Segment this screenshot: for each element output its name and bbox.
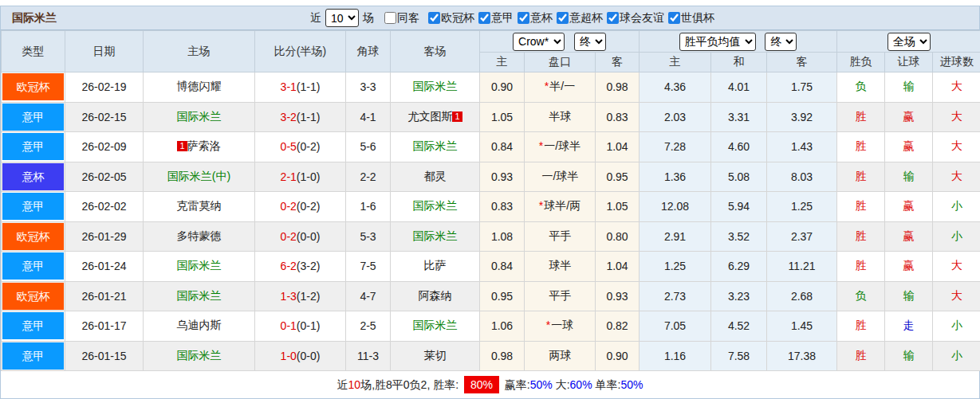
away-team: 国际米兰	[391, 221, 480, 252]
avg-stage-select[interactable]: 终	[765, 33, 797, 51]
result-flag: 胜	[856, 349, 867, 362]
col-header-date: 日期	[65, 31, 144, 72]
home-team-name: 国际米兰	[177, 110, 222, 123]
recent-label: 近	[310, 11, 321, 25]
away-team: 国际米兰	[391, 192, 480, 222]
coppa-italia-checkbox[interactable]	[518, 12, 529, 24]
away-team-name: 都灵	[424, 170, 447, 182]
ucl-label: 欧冠杯	[441, 11, 474, 25]
away-rank-mark-after: 1	[452, 111, 462, 122]
sub-header-avg-away: 客	[767, 53, 837, 72]
avg-away-odds: 1.25	[767, 192, 837, 222]
score-cell: 6-2(3-2)	[255, 252, 346, 282]
home-team-name: 博德闪耀	[177, 80, 222, 92]
same-venue-filter[interactable]: 同客	[384, 11, 419, 25]
odds-company-select[interactable]: Crow*	[513, 33, 565, 51]
filter-serie-a[interactable]: 意甲	[478, 11, 514, 25]
handicap-away-odds: 0.82	[596, 311, 640, 342]
avg-odds-select[interactable]: 胜平负均值	[679, 33, 756, 51]
away-team-name: 阿森纳	[419, 289, 452, 302]
handicap-line: 球半	[525, 252, 596, 282]
avg-away-odds: 3.92	[767, 102, 837, 132]
handicap-home-odds: 0.84	[480, 132, 525, 162]
avg-home-odds: 2.73	[640, 281, 711, 311]
avg-draw-odds: 3.31	[711, 102, 767, 132]
avg-away-odds: 2.68	[767, 281, 837, 311]
ucl-checkbox[interactable]	[428, 12, 440, 24]
handicap-stage-select[interactable]: 终	[574, 33, 606, 51]
col-header-type: 类型	[2, 31, 65, 72]
handicap-result-flag: 赢	[903, 110, 915, 123]
filter-super-cup[interactable]: 意超杯	[557, 11, 603, 25]
handicap-result-flag: 赢	[903, 229, 915, 242]
handicap-away-odds: 0.90	[596, 341, 640, 371]
avg-home-odds: 4.36	[640, 72, 711, 103]
home-team-name: 国际米兰	[177, 349, 222, 362]
filter-club-world-cup[interactable]: 世俱杯	[668, 11, 714, 25]
match-row: 意甲 26-01-15 国际米兰 1-0(0-0) 11-3 莱切 0.98 两…	[2, 341, 980, 371]
handicap-text: 两球	[549, 349, 572, 362]
handicap-line: 半球	[525, 102, 596, 132]
handicap-result-flag: 赢	[903, 199, 915, 212]
away-team: 比萨	[391, 252, 480, 282]
recent-count-select[interactable]: 10	[325, 9, 359, 27]
handicap-away-odds: 0.80	[596, 221, 640, 252]
avg-odds-header: 胜平负均值 终	[640, 31, 837, 53]
league-badge: 欧冠杯	[2, 223, 64, 250]
serie-a-checkbox[interactable]	[478, 12, 490, 24]
home-team-name: 多特蒙德	[177, 229, 222, 242]
filter-coppa-italia[interactable]: 意杯	[518, 11, 553, 25]
home-team-name: 乌迪内斯	[177, 319, 222, 331]
super-cup-label: 意超杯	[569, 11, 603, 25]
league-badge: 意甲	[2, 104, 64, 131]
corner-score: 7-5	[346, 252, 391, 282]
club-friendly-checkbox[interactable]	[607, 12, 619, 24]
handicap-away-odds: 1.04	[596, 252, 640, 282]
goals-flag: 小	[951, 349, 962, 362]
handicap-text: 一/球半	[542, 170, 579, 182]
handicap-home-odds: 0.84	[480, 252, 525, 282]
result-scope-header: 全场	[837, 31, 980, 53]
avg-draw-odds: 6.29	[711, 252, 767, 282]
home-team-name: 国际米兰	[177, 289, 222, 302]
handicap-home-odds: 1.08	[480, 221, 525, 252]
handicap-result-flag: 赢	[903, 259, 915, 272]
summary-segment: 近	[337, 378, 348, 391]
match-row: 欧冠杯 26-01-29 多特蒙德 0-2(0-0) 5-3 国际米兰 1.08…	[2, 221, 980, 252]
avg-draw-odds: 4.60	[711, 132, 767, 162]
handicap-text: 平手	[549, 229, 572, 242]
result-flag: 胜	[856, 139, 867, 152]
half-time-score: (0-0)	[297, 230, 321, 243]
half-time-score: (1-1)	[297, 80, 321, 93]
handicap-line: 平手	[525, 281, 596, 311]
full-time-score: 0-2	[281, 230, 297, 243]
score-cell: 0-2(0-0)	[255, 221, 346, 252]
home-team: 国际米兰	[144, 252, 255, 282]
filter-ucl[interactable]: 欧冠杯	[428, 11, 474, 25]
avg-home-odds: 1.16	[640, 341, 711, 371]
star-marker: *	[545, 80, 549, 92]
away-team: 莱切	[391, 341, 480, 371]
same-venue-checkbox[interactable]	[384, 12, 396, 24]
away-team: 都灵	[391, 162, 480, 192]
handicap-home-odds: 0.83	[480, 192, 525, 222]
games-label: 场	[363, 11, 374, 25]
away-team-name: 比萨	[424, 259, 447, 272]
full-time-score: 2-1	[281, 170, 297, 183]
match-row: 意甲 26-01-24 国际米兰 6-2(3-2) 7-5 比萨 0.84 球半…	[2, 252, 980, 282]
goals-flag: 大	[951, 289, 962, 302]
half-time-score: (0-2)	[297, 140, 321, 153]
handicap-away-odds: 0.98	[596, 72, 640, 103]
super-cup-checkbox[interactable]	[557, 12, 569, 24]
full-time-score: 1-0	[281, 350, 297, 362]
half-time-score: (3-2)	[297, 260, 321, 272]
handicap-result-flag: 走	[903, 319, 915, 331]
summary-segment: 大:	[553, 378, 570, 391]
scope-select[interactable]: 全场	[888, 33, 931, 51]
club-world-cup-checkbox[interactable]	[668, 12, 680, 24]
match-date: 26-01-24	[65, 252, 144, 282]
home-team: 国际米兰	[144, 281, 255, 311]
filter-club-friendly[interactable]: 球会友谊	[607, 11, 664, 25]
sub-header-avg-home: 主	[640, 53, 711, 72]
away-team-name: 国际米兰	[413, 199, 458, 212]
